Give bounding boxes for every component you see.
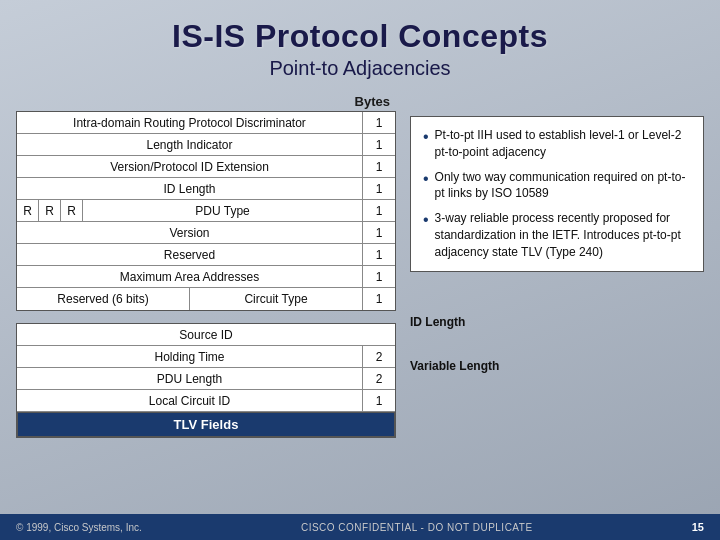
cell-version-proto-label: Version/Protocol ID Extension [17, 156, 363, 177]
table-row: Reserved 1 [17, 244, 395, 266]
footer-bar: © 1999, Cisco Systems, Inc. CISCO CONFID… [0, 514, 720, 540]
bullet-icon-2: • [423, 169, 429, 203]
cell-reserved-value: 1 [363, 244, 395, 265]
cell-reserved-label: Reserved [17, 244, 363, 265]
cell-reserved6-label: Reserved (6 bits) [17, 288, 190, 310]
cell-pdu-length-value: 2 [363, 368, 395, 389]
cell-id-length-value: 1 [363, 178, 395, 199]
footer-page-number: 15 [692, 521, 704, 533]
cell-source-id-label: Source ID [17, 324, 395, 345]
second-section: Source ID Holding Time 2 PDU Length 2 Lo… [0, 311, 720, 438]
cell-length-indicator-label: Length Indicator [17, 134, 363, 155]
bytes-label: Bytes [16, 94, 396, 109]
footer-copyright: © 1999, Cisco Systems, Inc. [16, 522, 142, 533]
cell-local-circuit-label: Local Circuit ID [17, 390, 363, 411]
right-panel: • Pt-to-pt IIH used to establish level-1… [410, 94, 704, 311]
cell-max-area-label: Maximum Area Addresses [17, 266, 363, 287]
pdu-row: R R R PDU Type 1 [17, 200, 395, 222]
pdu-type-value: 1 [363, 200, 395, 221]
second-table: Source ID Holding Time 2 PDU Length 2 Lo… [16, 323, 396, 438]
content-area: Bytes Intra-domain Routing Protocol Disc… [0, 94, 720, 311]
table-row: Maximum Area Addresses 1 [17, 266, 395, 288]
top-table: Intra-domain Routing Protocol Discrimina… [16, 111, 396, 311]
header: IS-IS Protocol Concepts Point-to Adjacen… [0, 0, 720, 86]
table-row: Length Indicator 1 [17, 134, 395, 156]
table-row: Source ID [17, 324, 395, 346]
cell-intra-domain-label: Intra-domain Routing Protocol Discrimina… [17, 112, 363, 133]
r3-cell: R [61, 200, 83, 221]
bullet-text-2: Only two way communication required on p… [435, 169, 691, 203]
page-title: IS-IS Protocol Concepts [0, 18, 720, 55]
table-row: ID Length 1 [17, 178, 395, 200]
bullet-item-3: • 3-way reliable process recently propos… [423, 210, 691, 260]
id-length-label: ID Length [410, 315, 704, 329]
second-right-panel: ID Length Variable Length [410, 315, 704, 438]
bullet-icon-1: • [423, 127, 429, 161]
second-left-panel: Source ID Holding Time 2 PDU Length 2 Lo… [16, 315, 396, 438]
cell-holding-time-label: Holding Time [17, 346, 363, 367]
cell-max-area-value: 1 [363, 266, 395, 287]
bullet-icon-3: • [423, 210, 429, 260]
cell-version-value: 1 [363, 222, 395, 243]
bullet-item-2: • Only two way communication required on… [423, 169, 691, 203]
cell-circuit-type-value: 1 [363, 288, 395, 310]
var-length-label: Variable Length [410, 359, 704, 373]
table-row: PDU Length 2 [17, 368, 395, 390]
table-row: Version/Protocol ID Extension 1 [17, 156, 395, 178]
pdu-type-label: PDU Type [83, 200, 363, 221]
table-row: Local Circuit ID 1 [17, 390, 395, 412]
cell-holding-time-value: 2 [363, 346, 395, 367]
cell-version-proto-value: 1 [363, 156, 395, 177]
page-subtitle: Point-to Adjacencies [0, 57, 720, 80]
cell-length-indicator-value: 1 [363, 134, 395, 155]
tlv-row: TLV Fields [17, 412, 395, 437]
footer-confidential: CISCO CONFIDENTIAL - DO NOT DUPLICATE [301, 522, 533, 533]
bullet-text-3: 3-way reliable process recently proposed… [435, 210, 691, 260]
cell-version-label: Version [17, 222, 363, 243]
cell-intra-domain-value: 1 [363, 112, 395, 133]
cell-local-circuit-value: 1 [363, 390, 395, 411]
table-row: Reserved (6 bits) Circuit Type 1 [17, 288, 395, 310]
bullet-text-1: Pt-to-pt IIH used to establish level-1 o… [435, 127, 691, 161]
r2-cell: R [39, 200, 61, 221]
page-background: IS-IS Protocol Concepts Point-to Adjacen… [0, 0, 720, 540]
cell-id-length-label: ID Length [17, 178, 363, 199]
table-row: Version 1 [17, 222, 395, 244]
bullet-item-1: • Pt-to-pt IIH used to establish level-1… [423, 127, 691, 161]
cell-pdu-length-label: PDU Length [17, 368, 363, 389]
cell-circuit-type-label: Circuit Type [190, 288, 363, 310]
table-row: Intra-domain Routing Protocol Discrimina… [17, 112, 395, 134]
table-row: Holding Time 2 [17, 346, 395, 368]
left-panel: Bytes Intra-domain Routing Protocol Disc… [16, 94, 396, 311]
info-box: • Pt-to-pt IIH used to establish level-1… [410, 116, 704, 272]
r1-cell: R [17, 200, 39, 221]
